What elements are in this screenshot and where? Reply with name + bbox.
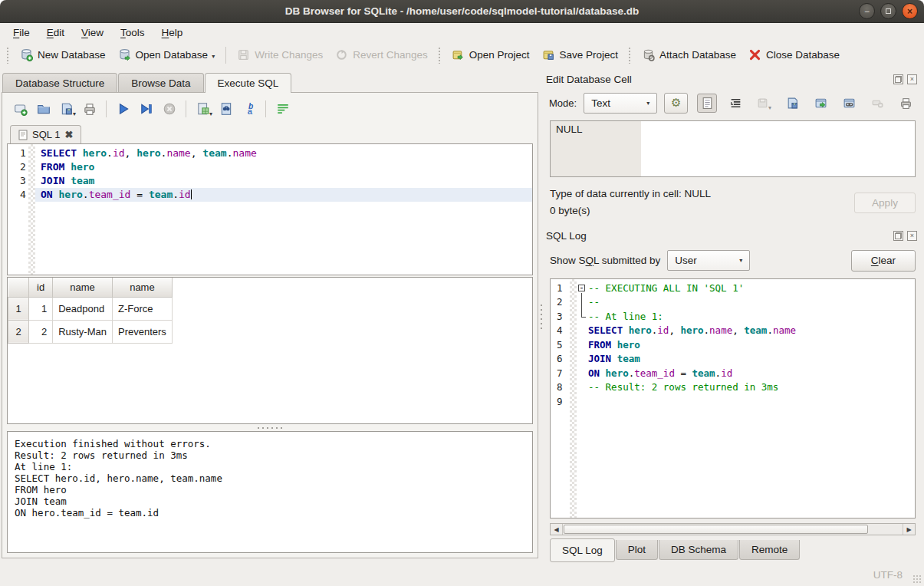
new-database-button[interactable]: New Database: [15, 45, 111, 64]
tab-sql-log[interactable]: SQL Log: [550, 538, 615, 562]
column-header-name2[interactable]: name: [112, 278, 172, 297]
tab-remote[interactable]: Remote: [739, 540, 800, 560]
tab-database-structure[interactable]: Database Structure: [2, 73, 117, 92]
editor-line-numbers: 1 2 3 4: [8, 144, 28, 275]
revert-changes-label: Revert Changes: [353, 49, 428, 61]
save-data-icon[interactable]: [782, 94, 802, 113]
menu-help[interactable]: Help: [155, 25, 190, 41]
row-header[interactable]: 2: [8, 320, 29, 343]
cell-id[interactable]: 2: [29, 320, 53, 343]
cell-editor-toolbar: ▾: [697, 94, 917, 113]
cell-id[interactable]: 1: [29, 297, 53, 320]
resize-grip[interactable]: [912, 574, 922, 584]
filter-label: Show SQL submitted by: [550, 255, 660, 266]
print-cell-icon[interactable]: [896, 94, 916, 113]
fold-collapse-icon[interactable]: -: [577, 281, 588, 296]
results-table: id name name 1 1 Deadpond Z-Force 2: [8, 278, 173, 344]
save-sql-file-icon[interactable]: ▾: [56, 100, 77, 119]
execution-message-box[interactable]: Execution finished without errors. Resul…: [7, 431, 533, 553]
new-sql-tab-icon[interactable]: [10, 100, 31, 119]
horizontal-splitter[interactable]: [7, 424, 533, 431]
save-results-dropdown-icon[interactable]: ▾: [209, 110, 212, 119]
clear-button[interactable]: Clear: [851, 250, 916, 272]
tab-execute-sql[interactable]: Execute SQL: [205, 73, 292, 93]
open-project-button[interactable]: Open Project: [446, 45, 535, 64]
horizontal-scrollbar[interactable]: ◀ ▶: [550, 523, 916, 535]
filter-select[interactable]: User ▾: [667, 250, 750, 271]
cell-hero-name[interactable]: Rusty-Man: [53, 320, 113, 343]
sql-editor[interactable]: 1 2 3 4 SELECT hero.id, hero.name, team.…: [7, 143, 533, 275]
editor-code[interactable]: SELECT hero.id, hero.name, team.name FRO…: [35, 144, 532, 275]
table-row[interactable]: 1 1 Deadpond Z-Force: [8, 297, 173, 320]
row-header[interactable]: 1: [8, 297, 29, 320]
tab-db-schema[interactable]: DB Schema: [659, 540, 738, 560]
column-header-id[interactable]: id: [29, 278, 53, 297]
open-database-button[interactable]: Open Database ▾: [113, 45, 221, 64]
auto-format-icon[interactable]: ba: [238, 100, 259, 119]
cell-team-name[interactable]: Preventers: [112, 320, 172, 343]
attach-database-label: Attach Database: [659, 49, 736, 61]
cell-edit-area[interactable]: [641, 121, 915, 176]
toolbar-drag-handle[interactable]: [438, 47, 442, 64]
close-database-icon: [748, 48, 761, 61]
scroll-left-icon[interactable]: ◀: [551, 524, 563, 535]
new-database-icon: [20, 48, 33, 61]
float-panel-icon[interactable]: [893, 231, 903, 241]
cell-hero-name[interactable]: Deadpond: [53, 297, 113, 320]
results-grid[interactable]: id name name 1 1 Deadpond Z-Force 2: [7, 277, 533, 424]
write-changes-icon: [237, 48, 250, 61]
menu-tools[interactable]: Tools: [113, 25, 152, 41]
word-wrap-icon[interactable]: [272, 100, 293, 119]
tab-browse-data[interactable]: Browse Data: [118, 73, 203, 92]
toolbar-separator: [265, 100, 266, 117]
menu-file[interactable]: File: [6, 25, 37, 41]
find-icon[interactable]: [215, 100, 236, 119]
cell-value-editor[interactable]: NULL: [550, 120, 916, 177]
apply-settings-button[interactable]: ⚙: [664, 93, 688, 114]
sql1-tab[interactable]: SQL 1 ✖: [10, 125, 81, 143]
cell-info-row: Type of data currently in cell: NULL 0 b…: [550, 186, 916, 220]
line-number: 2: [15, 160, 28, 174]
menu-edit[interactable]: Edit: [40, 25, 71, 41]
apply-button: Apply: [854, 193, 916, 213]
word-wrap-cell-icon[interactable]: [725, 94, 745, 113]
close-database-button[interactable]: Close Database: [743, 45, 845, 64]
tab-plot[interactable]: Plot: [616, 540, 658, 560]
text-mode-icon[interactable]: [697, 94, 717, 113]
toolbar-drag-handle[interactable]: [628, 47, 632, 64]
sql-log-dock-header: SQL Log ×: [546, 229, 917, 244]
float-panel-icon[interactable]: [893, 74, 903, 84]
table-row[interactable]: 2 2 Rusty-Man Preventers: [8, 320, 173, 343]
close-panel-icon[interactable]: ×: [907, 231, 917, 241]
attach-database-button[interactable]: Attach Database: [636, 45, 742, 64]
close-icon[interactable]: ×: [902, 3, 918, 19]
attach-database-icon: [642, 48, 655, 61]
save-sql-dropdown-icon[interactable]: ▾: [73, 110, 76, 119]
save-results-icon[interactable]: ▾: [192, 100, 213, 119]
mode-value: Text: [591, 97, 636, 109]
print-icon[interactable]: [79, 100, 100, 119]
execute-current-line-icon[interactable]: [136, 100, 156, 119]
sql-log-filter-row: Show SQL submitted by User ▾ Clear: [550, 250, 916, 272]
maximize-icon[interactable]: [880, 3, 896, 19]
export-data-icon[interactable]: [811, 94, 830, 113]
toolbar-drag-handle[interactable]: [6, 47, 10, 64]
right-panel: Edit Database Cell × Mode: Text ▾ ⚙ ▾: [543, 68, 924, 563]
menu-view[interactable]: View: [74, 25, 110, 41]
open-sql-file-icon[interactable]: [33, 100, 54, 119]
cell-team-name[interactable]: Z-Force: [112, 297, 172, 320]
open-url-icon[interactable]: [839, 94, 859, 113]
save-project-button[interactable]: Save Project: [537, 45, 624, 64]
scrollbar-thumb[interactable]: [564, 525, 868, 534]
splitter-dots: [256, 426, 284, 430]
open-database-dropdown-icon[interactable]: ▾: [212, 53, 215, 61]
column-header-name1[interactable]: name: [53, 278, 113, 297]
scroll-right-icon[interactable]: ▶: [903, 524, 915, 535]
sql-log-view[interactable]: 1 2 3 4 5 6 7 8 9 --- EXECUTING ALL IN '…: [550, 278, 916, 519]
execute-all-icon[interactable]: [113, 100, 133, 119]
mode-select[interactable]: Text ▾: [584, 93, 657, 114]
minimize-icon[interactable]: −: [859, 3, 875, 19]
close-tab-icon[interactable]: ✖: [64, 129, 73, 140]
close-panel-icon[interactable]: ×: [907, 74, 917, 84]
results-corner-cell[interactable]: [8, 278, 29, 297]
